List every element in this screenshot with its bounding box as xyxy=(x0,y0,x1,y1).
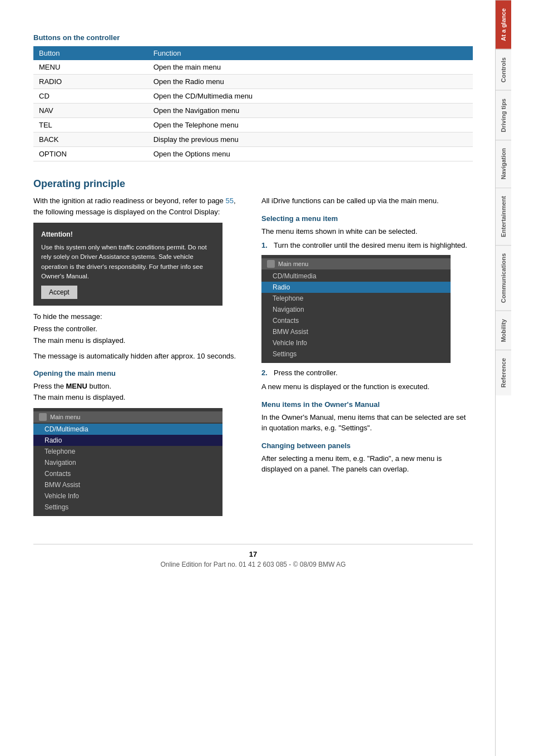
menu-item[interactable]: Radio xyxy=(33,435,222,446)
main-content: Buttons on the controller Button Functio… xyxy=(0,0,495,756)
opening-main-menu-title: Opening the main menu xyxy=(33,369,245,377)
opening-main-menu-text: Press the MENU button. The main menu is … xyxy=(33,381,245,402)
table-row: RADIOOpen the Radio menu xyxy=(33,75,473,89)
selecting-menu-title: Selecting a menu item xyxy=(261,214,473,223)
sidebar-tab-entertainment[interactable]: Entertainment xyxy=(496,188,511,245)
menu-bold: MENU xyxy=(66,382,87,390)
step2-text: Press the controller. xyxy=(274,369,338,377)
table-row: OPTIONOpen the Options menu xyxy=(33,147,473,161)
button-name-cell: NAV xyxy=(33,104,148,118)
menu-item[interactable]: Vehicle Info xyxy=(261,337,451,348)
right-menu-screenshot: Main menu CD/MultimediaRadioTelephoneNav… xyxy=(261,255,451,363)
selecting-menu-text: The menu items shown in white can be sel… xyxy=(261,226,473,237)
buttons-table: Button Function MENUOpen the main menuRA… xyxy=(33,46,473,161)
menu-item[interactable]: CD/Multimedia xyxy=(33,424,222,435)
hide-line1: To hide the message: xyxy=(33,311,245,322)
hide-line2: Press the controller. xyxy=(33,323,245,335)
hide-message-block: To hide the message: Press the controlle… xyxy=(33,311,245,346)
button-name-cell: BACK xyxy=(33,132,148,147)
attention-title: Attention! xyxy=(41,229,215,239)
op-principle-title: Operating principle xyxy=(33,178,473,190)
button-name-cell: RADIO xyxy=(33,75,148,89)
table-row: TELOpen the Telephone menu xyxy=(33,118,473,132)
right-menu-items: CD/MultimediaRadioTelephoneNavigationCon… xyxy=(261,271,451,360)
menu-item[interactable]: Radio xyxy=(261,282,451,293)
left-menu-title-bar: Main menu xyxy=(33,411,222,423)
menu-text-post: button. xyxy=(87,382,111,390)
page-number: 17 xyxy=(33,550,473,558)
right-menu-title: Main menu xyxy=(278,261,308,267)
two-col-layout: With the ignition at radio readiness or … xyxy=(33,195,473,522)
menu-item[interactable]: CD/Multimedia xyxy=(261,271,451,282)
button-name-cell: CD xyxy=(33,89,148,104)
menu-item[interactable]: Telephone xyxy=(33,446,222,457)
function-cell: Open the Options menu xyxy=(148,147,473,161)
hide-line3: The main menu is displayed. xyxy=(33,335,245,346)
right-menu-title-bar: Main menu xyxy=(261,258,451,269)
menu-item[interactable]: BMW Assist xyxy=(33,479,222,490)
left-menu-title: Main menu xyxy=(50,414,80,420)
footer-text: Online Edition for Part no. 01 41 2 603 … xyxy=(160,561,345,568)
menu-item[interactable]: BMW Assist xyxy=(261,326,451,337)
menu-item[interactable]: Navigation xyxy=(33,457,222,468)
menu-item[interactable]: Settings xyxy=(261,348,451,360)
menu-icon-right xyxy=(267,260,275,268)
col-left: With the ignition at radio readiness or … xyxy=(33,195,245,522)
button-name-cell: MENU xyxy=(33,60,148,75)
footer: 17 Online Edition for Part no. 01 41 2 6… xyxy=(33,544,473,568)
owners-manual-title: Menu items in the Owner's Manual xyxy=(261,400,473,409)
step1-block: 1. Turn the controller until the desired… xyxy=(261,241,473,249)
table-row: BACKDisplay the previous menu xyxy=(33,132,473,147)
function-cell: Open the CD/Multimedia menu xyxy=(148,89,473,104)
table-row: NAVOpen the Navigation menu xyxy=(33,104,473,118)
sidebar-tab-communications[interactable]: Communications xyxy=(496,245,511,311)
sidebar-tab-reference[interactable]: Reference xyxy=(496,350,511,395)
menu-item[interactable]: Contacts xyxy=(33,468,222,479)
function-cell: Open the main menu xyxy=(148,60,473,75)
sidebar-tab-driving-tips[interactable]: Driving tips xyxy=(496,90,511,140)
menu-item[interactable]: Telephone xyxy=(261,293,451,304)
intro-text: With the ignition at radio readiness or … xyxy=(33,195,245,217)
menu-item[interactable]: Vehicle Info xyxy=(33,490,222,502)
accept-button[interactable]: Accept xyxy=(41,286,77,299)
sidebar-tab-at-a-glance[interactable]: At a glance xyxy=(496,0,511,49)
menu-item[interactable]: Contacts xyxy=(261,315,451,326)
menu-line2: The main menu is displayed. xyxy=(33,393,125,401)
table-row: CDOpen the CD/Multimedia menu xyxy=(33,89,473,104)
owners-manual-text: In the Owner's Manual, menu items that c… xyxy=(261,412,473,434)
sidebar-tab-controls[interactable]: Controls xyxy=(496,49,511,90)
step2-num: 2. xyxy=(261,369,270,377)
attention-text: Use this system only when traffic condit… xyxy=(41,243,215,281)
changing-panels-title: Changing between panels xyxy=(261,441,473,450)
right-intro: All iDrive functions can be called up vi… xyxy=(261,195,473,207)
left-menu-items: CD/MultimediaRadioTelephoneNavigationCon… xyxy=(33,424,222,513)
step2-block: 2. Press the controller. xyxy=(261,369,473,377)
sidebar-tab-navigation[interactable]: Navigation xyxy=(496,140,511,187)
attention-box: Attention! Use this system only when tra… xyxy=(33,223,222,306)
col-button-header: Button xyxy=(33,46,148,60)
page-link[interactable]: 55 xyxy=(225,197,233,205)
step1-num: 1. xyxy=(261,241,270,249)
function-cell: Open the Navigation menu xyxy=(148,104,473,118)
table-header-row: Button Function xyxy=(33,46,473,60)
menu-text-pre: Press the xyxy=(33,382,66,390)
button-name-cell: OPTION xyxy=(33,147,148,161)
menu-item[interactable]: Settings xyxy=(33,502,222,513)
buttons-section: Buttons on the controller Button Functio… xyxy=(33,33,473,161)
col-function-header: Function xyxy=(148,46,473,60)
auto-hide-text: The message is automatically hidden afte… xyxy=(33,351,245,362)
function-cell: Display the previous menu xyxy=(148,132,473,147)
right-sidebar: At a glanceControlsDriving tipsNavigatio… xyxy=(495,0,534,756)
table-row: MENUOpen the main menu xyxy=(33,60,473,75)
menu-icon xyxy=(39,413,47,421)
page-container: Buttons on the controller Button Functio… xyxy=(0,0,534,756)
sidebar-tab-mobility[interactable]: Mobility xyxy=(496,311,511,350)
step2-result: A new menu is displayed or the function … xyxy=(261,381,473,392)
buttons-section-title: Buttons on the controller xyxy=(33,33,473,42)
menu-item[interactable]: Navigation xyxy=(261,304,451,315)
left-menu-screenshot: Main menu CD/MultimediaRadioTelephoneNav… xyxy=(33,408,222,516)
op-principle-section: Operating principle With the ignition at… xyxy=(33,178,473,522)
function-cell: Open the Radio menu xyxy=(148,75,473,89)
sidebar-tabs: At a glanceControlsDriving tipsNavigatio… xyxy=(496,0,534,396)
button-name-cell: TEL xyxy=(33,118,148,132)
